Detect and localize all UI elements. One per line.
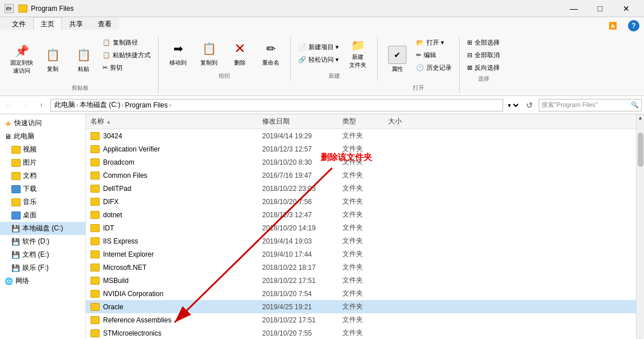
copy-to-button[interactable]: 📋 复制到 <box>194 37 224 69</box>
open-icon: 📂 <box>416 39 424 46</box>
disk-f-icon: 💾 <box>11 264 20 272</box>
nav-item-disk-d[interactable]: 💾 软件 (D:) <box>0 235 85 248</box>
nav-item-downloads[interactable]: 下载 <box>0 182 85 196</box>
help-button[interactable]: ? <box>628 20 639 31</box>
open-button[interactable]: 📂 打开 ▾ <box>413 37 455 49</box>
col-header-date[interactable]: 修改日期 <box>262 117 342 126</box>
nav-item-this-pc[interactable]: 🖥 此电脑 <box>0 130 85 143</box>
back-button[interactable]: ← <box>2 98 16 112</box>
col-header-type[interactable]: 类型 <box>342 117 388 126</box>
scrollbar-thumb[interactable] <box>638 133 643 167</box>
this-pc-label: 此电脑 <box>14 131 34 141</box>
close-button[interactable]: ✕ <box>613 0 639 17</box>
nav-item-quick-access[interactable]: ★ 快速访问 <box>0 117 85 130</box>
nav-item-disk-f[interactable]: 💾 娱乐 (F:) <box>0 261 85 274</box>
nav-item-network[interactable]: 🌐 网络 <box>0 274 85 288</box>
network-label: 网络 <box>15 276 29 286</box>
cut-button[interactable]: ✂ 剪切 <box>100 62 153 74</box>
file-row[interactable]: Broadcom 2018/10/20 8:30 文件夹 <box>86 155 636 169</box>
file-row[interactable]: Internet Explorer 2019/4/10 17:44 文件夹 <box>86 248 636 261</box>
properties-button[interactable]: ✔ 属性 <box>382 43 412 75</box>
paste-button[interactable]: 📋 粘贴 <box>69 43 98 75</box>
copy-path-button[interactable]: 📋 复制路径 <box>100 37 153 49</box>
search-box[interactable]: 搜索"Program Files" 🔍 <box>539 99 642 111</box>
folder-icon <box>90 290 100 298</box>
nav-item-music[interactable]: 音乐 <box>0 196 85 209</box>
col-header-name[interactable]: 名称 ▲ <box>90 117 262 126</box>
tab-share[interactable]: 共享 <box>62 17 90 30</box>
tab-view[interactable]: 查看 <box>90 17 119 30</box>
invert-selection-button[interactable]: ⊠ 反向选择 <box>464 62 503 74</box>
file-row[interactable]: Reference Assemblies 2018/10/22 17:51 文件… <box>86 313 636 326</box>
open-group: ✔ 属性 📂 打开 ▾ ✏ 编辑 🕐 历史记录 <box>380 37 460 93</box>
title-bar: 🗁 Program Files — □ ✕ <box>0 0 644 17</box>
oracle-file-type: 文件夹 <box>342 302 388 312</box>
file-row[interactable]: IIS Express 2019/4/14 19:03 文件夹 <box>86 234 636 248</box>
ribbon-minimize-button[interactable]: 🔼 <box>599 17 626 34</box>
nav-item-local-disk-c[interactable]: 💾 本地磁盘 (C:) <box>0 222 85 235</box>
file-name: NVIDIA Corporation <box>103 290 262 298</box>
move-label: 移动到 <box>169 59 187 67</box>
nav-item-disk-e[interactable]: 💾 文档 (E:) <box>0 248 85 261</box>
edit-button[interactable]: ✏ 编辑 <box>413 49 455 61</box>
copy-path-icon: 📋 <box>102 39 110 46</box>
nav-item-desktop[interactable]: 桌面 <box>0 209 85 222</box>
minimize-button[interactable]: — <box>560 0 587 17</box>
file-type: 文件夹 <box>342 170 388 180</box>
pictures-label: 图片 <box>23 158 37 167</box>
new-item-button[interactable]: 📄 新建项目 ▾ <box>295 41 342 53</box>
new-folder-label: 新建文件夹 <box>349 53 366 69</box>
forward-button[interactable]: → <box>18 98 32 112</box>
col-header-size[interactable]: 大小 <box>388 117 434 126</box>
new-folder-button[interactable]: 📁 新建文件夹 <box>343 38 373 70</box>
file-name: Internet Explorer <box>103 250 262 258</box>
paste-shortcut-button[interactable]: 📋 粘贴快捷方式 <box>100 49 153 61</box>
crumb-drive: 本地磁盘 (C:) <box>80 100 120 110</box>
file-row[interactable]: dotnet 2018/12/3 12:47 文件夹 <box>86 208 636 221</box>
rename-button[interactable]: ✏ 重命名 <box>256 37 286 69</box>
delete-button[interactable]: ✕ 删除 <box>225 37 255 69</box>
scrollbar[interactable]: ▲ ▼ <box>636 114 644 339</box>
copy-button[interactable]: 📋 复制 <box>38 43 68 75</box>
address-path[interactable]: 此电脑 › 本地磁盘 (C:) › Program Files › <box>50 99 503 111</box>
tab-home[interactable]: 主页 <box>33 17 62 30</box>
path-dropdown[interactable]: ▾ <box>505 101 520 109</box>
nav-item-video[interactable]: 视频 <box>0 143 85 156</box>
folder-icon <box>90 158 100 166</box>
file-date: 2019/4/10 17:44 <box>262 250 342 258</box>
paste-shortcut-label: 粘贴快捷方式 <box>113 51 151 59</box>
file-type: 文件夹 <box>342 157 388 167</box>
search-icon: 🔍 <box>631 101 639 109</box>
desktop-label: 桌面 <box>23 210 37 220</box>
scroll-down-button[interactable]: ▼ <box>637 337 645 339</box>
file-row[interactable]: DellTPad 2018/10/22 23:03 文件夹 <box>86 182 636 195</box>
select-all-button[interactable]: ⊞ 全部选择 <box>464 37 503 49</box>
move-to-button[interactable]: ➡ 移动到 <box>163 37 193 69</box>
file-row[interactable]: STMicroelectronics 2018/10/20 7:55 文件夹 <box>86 326 636 339</box>
oracle-file-row[interactable]: Oracle 2019/4/25 19:21 文件夹 <box>86 300 636 313</box>
easy-access-button[interactable]: 🔗 轻松访问 ▾ <box>295 54 342 66</box>
maximize-button[interactable]: □ <box>587 0 613 17</box>
nav-item-pictures[interactable]: 图片 <box>0 156 85 169</box>
file-row[interactable]: IDT 2018/10/20 14:19 文件夹 <box>86 221 636 234</box>
file-row[interactable]: MSBuild 2018/10/22 17:51 文件夹 <box>86 274 636 287</box>
file-row[interactable]: Application Verifier 2018/12/3 12:57 文件夹 <box>86 142 636 155</box>
nav-item-documents[interactable]: 文档 <box>0 169 85 182</box>
file-row[interactable]: DIFX 2018/10/20 7:56 文件夹 <box>86 195 636 208</box>
file-type: 文件夹 <box>342 315 388 325</box>
file-row[interactable]: Common Files 2016/7/16 19:47 文件夹 <box>86 169 636 182</box>
scroll-up-button[interactable]: ▲ <box>637 114 645 121</box>
file-row[interactable]: NVIDIA Corporation 2018/10/20 7:54 文件夹 <box>86 287 636 300</box>
pin-to-quick-access-button[interactable]: 📌 固定到快速访问 <box>7 43 37 75</box>
file-date: 2018/12/3 12:47 <box>262 211 342 219</box>
up-button[interactable]: ↑ <box>34 98 48 112</box>
refresh-button[interactable]: ↺ <box>523 98 536 112</box>
open-group-label: 打开 <box>379 84 458 92</box>
file-row[interactable]: Microsoft.NET 2018/10/22 18:17 文件夹 <box>86 261 636 274</box>
tab-file[interactable]: 文件 <box>5 17 33 30</box>
deselect-all-button[interactable]: ⊟ 全部取消 <box>464 49 503 61</box>
file-row[interactable]: 30424 2019/4/14 19:29 文件夹 <box>86 129 636 142</box>
history-button[interactable]: 🕐 历史记录 <box>413 62 455 74</box>
file-date: 2018/10/22 17:51 <box>262 277 342 285</box>
file-type: 文件夹 <box>342 184 388 193</box>
